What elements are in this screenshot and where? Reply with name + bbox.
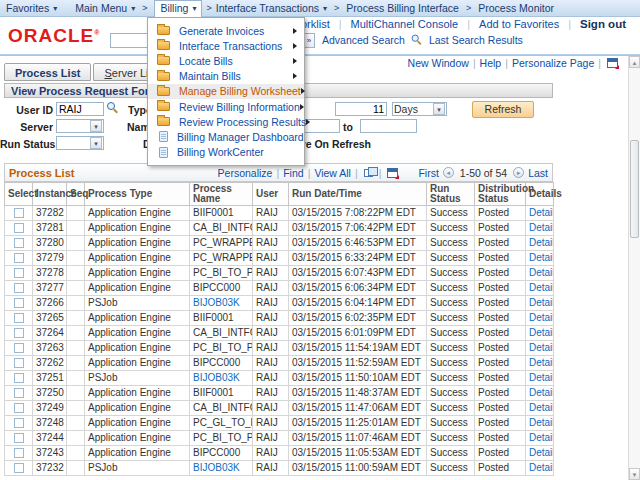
details-link[interactable]: Details bbox=[529, 207, 554, 218]
details-link[interactable]: Details bbox=[529, 402, 554, 413]
scroll-up-icon[interactable]: ▲ bbox=[629, 56, 640, 68]
run-status-cell: Success bbox=[427, 386, 475, 401]
row-select-checkbox[interactable] bbox=[14, 418, 24, 428]
days-select[interactable]: Days▾ bbox=[392, 102, 447, 116]
menu-item[interactable]: Generate Invoices bbox=[148, 23, 304, 38]
distribution-status-cell: Posted bbox=[475, 311, 526, 326]
last-count-input[interactable] bbox=[335, 102, 387, 116]
personalize-link[interactable]: Personalize bbox=[218, 167, 273, 179]
details-link[interactable]: Details bbox=[529, 267, 554, 278]
scrollbar-thumb[interactable] bbox=[630, 140, 639, 238]
first-link[interactable]: First bbox=[418, 167, 438, 179]
process-type-cell: PSJob bbox=[85, 371, 190, 386]
breadcrumb-favorites[interactable]: Favorites▾ bbox=[6, 2, 57, 14]
row-select-checkbox[interactable] bbox=[14, 298, 24, 308]
zoom-grid-icon[interactable] bbox=[364, 169, 373, 177]
link-add-to-favorites[interactable]: Add to Favorites bbox=[479, 18, 559, 30]
row-select-checkbox[interactable] bbox=[14, 463, 24, 473]
process-name-cell[interactable]: BIJOB03K bbox=[193, 297, 240, 308]
row-select-checkbox[interactable] bbox=[14, 403, 24, 413]
details-link[interactable]: Details bbox=[529, 237, 554, 248]
details-link[interactable]: Details bbox=[529, 312, 554, 323]
link-multichannel-console[interactable]: MultiChannel Console bbox=[351, 18, 459, 30]
find-link[interactable]: Find bbox=[283, 167, 303, 179]
run-datetime-cell: 03/15/2015 11:00:59AM EDT bbox=[289, 461, 427, 476]
row-select-checkbox[interactable] bbox=[14, 253, 24, 263]
run-status-cell: Success bbox=[427, 446, 475, 461]
details-link[interactable]: Details bbox=[529, 342, 554, 353]
folder-icon bbox=[157, 56, 170, 65]
tab-process-list[interactable]: Process List bbox=[4, 63, 91, 81]
download-to-excel-icon[interactable] bbox=[387, 168, 398, 178]
menu-item[interactable]: Interface Transactions bbox=[148, 38, 304, 53]
menu-item[interactable]: Billing WorkCenter bbox=[148, 145, 304, 160]
details-link[interactable]: Details bbox=[529, 297, 554, 308]
breadcrumb-main-menu[interactable]: Main Menu▾ bbox=[75, 2, 135, 14]
new-window-link[interactable]: New Window bbox=[408, 57, 469, 69]
row-select-checkbox[interactable] bbox=[14, 223, 24, 233]
refresh-button[interactable]: Refresh bbox=[472, 101, 534, 118]
details-link[interactable]: Details bbox=[529, 252, 554, 263]
instance-cell: 37279 bbox=[33, 251, 67, 266]
breadcrumb-interface-transactions[interactable]: Interface Transactions▾ bbox=[216, 2, 327, 14]
menu-item[interactable]: Maintain Bills bbox=[148, 69, 304, 84]
row-select-checkbox[interactable] bbox=[14, 433, 24, 443]
instance-to-input[interactable] bbox=[360, 119, 417, 133]
scroll-down-icon[interactable]: ▼ bbox=[629, 468, 640, 480]
user-id-lookup-icon[interactable] bbox=[107, 102, 119, 114]
row-select-checkbox[interactable] bbox=[14, 343, 24, 353]
row-select-checkbox[interactable] bbox=[14, 313, 24, 323]
breadcrumb-billing[interactable]: Billing▾ bbox=[154, 0, 202, 17]
row-range: 1-50 of 54 bbox=[460, 167, 507, 179]
row-select-checkbox[interactable] bbox=[14, 388, 24, 398]
menu-item[interactable]: Review Processing Results bbox=[148, 114, 304, 129]
breadcrumb-process-monitor[interactable]: Process Monitor bbox=[478, 2, 554, 14]
details-link[interactable]: Details bbox=[529, 282, 554, 293]
sign-out-link[interactable]: Sign out bbox=[580, 18, 626, 30]
process-name-cell[interactable]: BIJOB03K bbox=[193, 462, 240, 473]
next-page-icon[interactable]: ▸ bbox=[513, 167, 524, 178]
view-all-link[interactable]: View All bbox=[314, 167, 351, 179]
vertical-scrollbar[interactable]: ▲ ▼ bbox=[628, 56, 640, 480]
breadcrumb-process-billing-interface[interactable]: Process Billing Interface bbox=[346, 2, 459, 14]
server-select[interactable]: ▾ bbox=[56, 119, 104, 133]
row-select-checkbox[interactable] bbox=[14, 238, 24, 248]
details-link[interactable]: Details bbox=[529, 417, 554, 428]
details-link[interactable]: Details bbox=[529, 357, 554, 368]
col-instance: Instance bbox=[33, 183, 67, 206]
help-link[interactable]: Help bbox=[480, 57, 502, 69]
personalize-page-link[interactable]: Personalize Page bbox=[512, 57, 594, 69]
seq-cell bbox=[67, 341, 85, 356]
row-select-checkbox[interactable] bbox=[14, 373, 24, 383]
row-select-checkbox[interactable] bbox=[14, 268, 24, 278]
billing-dropdown-menu: Generate Invoices Interface Transactions… bbox=[147, 17, 305, 166]
menu-item[interactable]: Review Billing Information bbox=[148, 99, 304, 114]
details-link[interactable]: Details bbox=[529, 222, 554, 233]
row-select-checkbox[interactable] bbox=[14, 358, 24, 368]
previous-page-icon[interactable]: ◂ bbox=[443, 167, 454, 178]
menu-item[interactable]: Locate Bills bbox=[148, 53, 304, 68]
table-row: 37263 Application Engine PC_BI_TO_PC RAI… bbox=[5, 341, 554, 356]
menu-item[interactable]: Billing Manager Dashboard bbox=[148, 129, 304, 144]
details-link[interactable]: Details bbox=[529, 447, 554, 458]
last-link[interactable]: Last bbox=[528, 167, 548, 179]
user-cell: RAIJ bbox=[253, 206, 289, 221]
advanced-search-link[interactable]: Advanced Search bbox=[322, 34, 405, 46]
process-name-cell[interactable]: BIJOB03K bbox=[193, 372, 240, 383]
row-select-checkbox[interactable] bbox=[14, 328, 24, 338]
run-status-select[interactable]: ▾ bbox=[56, 136, 104, 150]
row-select-checkbox[interactable] bbox=[14, 283, 24, 293]
details-link[interactable]: Details bbox=[529, 387, 554, 398]
details-link[interactable]: Details bbox=[529, 432, 554, 443]
user-id-input[interactable] bbox=[56, 102, 104, 116]
run-status-cell: Success bbox=[427, 206, 475, 221]
details-link[interactable]: Details bbox=[529, 462, 554, 473]
row-select-checkbox[interactable] bbox=[14, 448, 24, 458]
row-select-checkbox[interactable] bbox=[14, 208, 24, 218]
user-cell: RAIJ bbox=[253, 311, 289, 326]
details-link[interactable]: Details bbox=[529, 327, 554, 338]
details-link[interactable]: Details bbox=[529, 372, 554, 383]
menu-item[interactable]: Manage Billing Worksheet bbox=[148, 84, 304, 99]
last-search-results-link[interactable]: Last Search Results bbox=[429, 34, 523, 46]
copy-url-icon[interactable] bbox=[607, 58, 618, 68]
